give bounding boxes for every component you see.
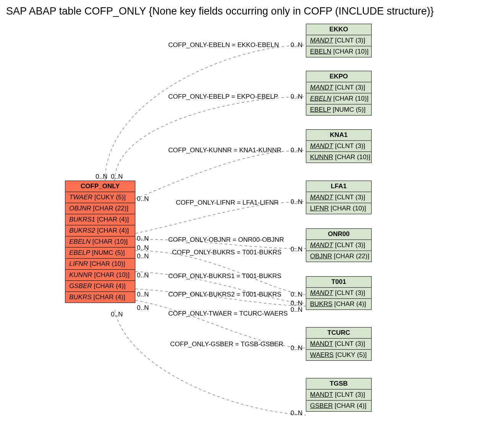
field-row: MANDT [CLNT (3)] — [306, 82, 371, 93]
cardinality: 0..N — [291, 198, 302, 206]
field-row: MANDT [CLNT (3)] — [306, 240, 371, 251]
field-row: BUKRS2 [CHAR (4)] — [65, 225, 135, 236]
cardinality: 0..N — [291, 246, 302, 253]
link-label: COFP_ONLY-OBJNR = ONR00-OBJNR — [168, 236, 284, 244]
field-row: EBELN [CHAR (10)] — [306, 46, 371, 57]
table-header: EKKO — [306, 24, 371, 35]
cardinality: 0..N — [111, 173, 123, 181]
table-header: EKPO — [306, 71, 371, 82]
table-tgsb: TGSB MANDT [CLNT (3)] GSBER [CHAR (4)] — [306, 378, 372, 412]
cardinality: 0..N — [291, 93, 302, 101]
field-row: OBJNR [CHAR (22)] — [65, 203, 135, 214]
field-row: EBELN [CHAR (10)] — [306, 93, 371, 104]
table-cofp-only: COFP_ONLY TWAER [CUKY (5)] OBJNR [CHAR (… — [65, 181, 135, 303]
table-header: ONR00 — [306, 229, 371, 240]
link-label: COFP_ONLY-BUKRS1 = T001-BUKRS — [168, 272, 281, 280]
cardinality: 0..N — [96, 173, 107, 181]
link-label: COFP_ONLY-EBELP = EKPO-EBELP — [168, 93, 278, 101]
field-row: KUNNR [CHAR (10)] — [306, 152, 371, 163]
link-label: COFP_ONLY-BUKRS2 = T001-BUKRS — [168, 291, 281, 298]
field-row: TWAER [CUKY (5)] — [65, 192, 135, 203]
cardinality: 0..N — [137, 235, 149, 243]
field-row: BUKRS [CHAR (4)] — [306, 299, 371, 310]
cardinality: 0..N — [137, 291, 149, 298]
er-diagram: SAP ABAP table COFP_ONLY {None key field… — [0, 0, 497, 448]
table-ekko: EKKO MANDT [CLNT (3)] EBELN [CHAR (10)] — [306, 24, 372, 57]
field-row: EBELP [NUMC (5)] — [65, 248, 135, 259]
field-row: MANDT [CLNT (3)] — [306, 389, 371, 401]
field-row: LIFNR [CHAR (10)] — [65, 259, 135, 270]
field-row: EBELN [CHAR (10)] — [65, 236, 135, 248]
table-header: LFA1 — [306, 181, 371, 192]
table-onr00: ONR00 MANDT [CLNT (3)] OBJNR [CHAR (22)] — [306, 228, 372, 262]
field-row: GSBER [CHAR (4)] — [306, 401, 371, 412]
link-label: COFP_ONLY-BUKRS = T001-BUKRS — [172, 249, 281, 256]
field-row: LIFNR [CHAR (10)] — [306, 203, 371, 214]
cardinality: 0..N — [291, 41, 302, 49]
table-ekpo: EKPO MANDT [CLNT (3)] EBELN [CHAR (10)] … — [306, 71, 372, 116]
field-row: GSBER [CHAR (4)] — [65, 281, 135, 292]
cardinality: 0..N — [137, 195, 149, 203]
cardinality: 0..N — [291, 306, 302, 314]
cardinality: 0..N — [137, 253, 149, 260]
field-row: KUNNR [CHAR (10)] — [65, 270, 135, 281]
table-tcurc: TCURC MANDT [CLNT (3)] WAERS [CUKY (5)] — [306, 327, 372, 361]
field-row: WAERS [CUKY (5)] — [306, 350, 371, 361]
table-lfa1: LFA1 MANDT [CLNT (3)] LIFNR [CHAR (10)] — [306, 181, 372, 214]
field-row: BUKRS [CHAR (4)] — [65, 292, 135, 303]
field-row: MANDT [CLNT (3)] — [306, 141, 371, 152]
cardinality: 0..N — [291, 409, 302, 417]
field-row: OBJNR [CHAR (22)] — [306, 251, 371, 262]
field-row: MANDT [CLNT (3)] — [306, 339, 371, 350]
cardinality: 0..N — [137, 272, 149, 279]
field-row: MANDT [CLNT (3)] — [306, 192, 371, 203]
field-row: MANDT [CLNT (3)] — [306, 288, 371, 299]
table-header: KNA1 — [306, 130, 371, 141]
table-header: TCURC — [306, 327, 371, 339]
cardinality: 0..N — [137, 244, 149, 252]
cardinality: 0..N — [111, 311, 123, 318]
cardinality: 0..N — [291, 147, 302, 154]
cardinality: 0..N — [137, 304, 149, 312]
table-header: COFP_ONLY — [65, 181, 135, 192]
link-label: COFP_ONLY-LIFNR = LFA1-LIFNR — [176, 199, 279, 207]
link-label: COFP_ONLY-KUNNR = KNA1-KUNNR — [168, 147, 281, 154]
table-t001: T001 MANDT [CLNT (3)] BUKRS [CHAR (4)] — [306, 276, 372, 310]
cardinality: 0..N — [291, 344, 302, 352]
link-label: COFP_ONLY-TWAER = TCURC-WAERS — [168, 310, 288, 318]
field-row: MANDT [CLNT (3)] — [306, 35, 371, 46]
table-kna1: KNA1 MANDT [CLNT (3)] KUNNR [CHAR (10)] — [306, 129, 372, 163]
link-label: COFP_ONLY-GSBER = TGSB-GSBER — [170, 340, 283, 348]
table-header: TGSB — [306, 378, 371, 389]
field-row: BUKRS1 [CHAR (4)] — [65, 214, 135, 225]
cardinality: 0..N — [291, 291, 302, 298]
table-header: T001 — [306, 277, 371, 288]
link-label: COFP_ONLY-EBELN = EKKO-EBELN — [168, 41, 279, 49]
field-row: EBELP [NUMC (5)] — [306, 104, 371, 116]
